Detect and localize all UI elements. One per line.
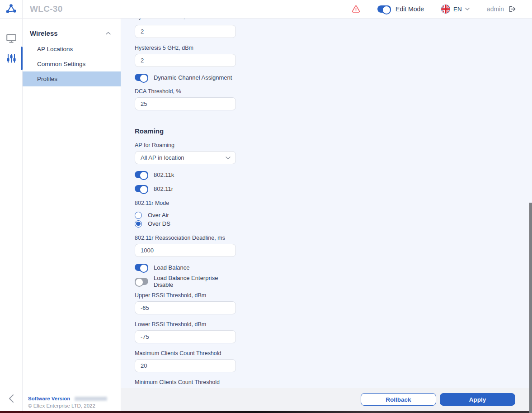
nav-section-label: Wireless: [30, 29, 58, 37]
toggle-label: 802.11k: [154, 171, 174, 178]
radio-label: Over Air: [148, 212, 169, 218]
chevron-down-icon: [465, 8, 470, 10]
field-label: Upper RSSI Threshold, dBm: [135, 292, 236, 299]
action-bar: Rollback Apply: [121, 388, 532, 411]
form-field: Minimum Clients Count Threshold: [135, 379, 236, 388]
field-label: Hysteresis 5 GHz, dBm: [135, 44, 236, 52]
network-logo-icon: [5, 3, 17, 15]
app-logo[interactable]: [0, 0, 23, 18]
radio-option-over-ds[interactable]: Over DS: [135, 219, 236, 228]
sidebar-item-profiles[interactable]: Profiles: [23, 71, 121, 86]
80211k-toggle[interactable]: [135, 171, 148, 178]
field-label: Hysteresis 2.4 GHz, dBm: [135, 19, 198, 20]
apply-button[interactable]: Apply: [440, 393, 515, 406]
edit-mode-toggle[interactable]: [377, 5, 391, 13]
form-field: DCA Threshold, %: [135, 88, 236, 110]
select-value: All AP in location: [141, 154, 184, 161]
vertical-scrollbar-thumb[interactable]: [529, 203, 532, 413]
wlc-app-window: WLC-30 Edit Mode: [0, 0, 532, 413]
form-field: Lower RSSI Threshold, dBm: [135, 321, 236, 343]
form-field: Hysteresis 5 GHz, dBm: [135, 44, 236, 67]
form-toggle-row: Load Balance Enterprise Disable: [135, 278, 236, 285]
monitor-icon: [6, 33, 17, 43]
load-balance-enterprise-disable-toggle[interactable]: [135, 278, 148, 285]
screen-bottom-edge: [0, 411, 532, 413]
upper-rssi-threshold-input[interactable]: [135, 301, 236, 314]
radio-label: Over DS: [148, 220, 170, 227]
icon-rail: [0, 19, 23, 413]
radio-icon: [135, 212, 142, 219]
80211r-mode-radio-group: 802.11r Mode Over Air Over DS: [135, 199, 236, 228]
form-field: AP for Roaming All AP in location: [135, 142, 236, 164]
form-field: [135, 25, 236, 38]
field-label: AP for Roaming: [135, 142, 236, 149]
sidebar-nav: Wireless AP Locations Common Settings Pr…: [23, 19, 121, 413]
rail-item-monitoring[interactable]: [0, 28, 23, 48]
username-label: admin: [487, 5, 504, 13]
ap-for-roaming-select[interactable]: All AP in location: [135, 151, 236, 164]
sidebar-collapse-button[interactable]: [0, 394, 23, 403]
form-field: Maximum Clients Count Threshold: [135, 350, 236, 372]
field-label-clipped: Hysteresis 2.4 GHz, dBm: [135, 19, 236, 20]
dca-threshold-input[interactable]: [135, 97, 236, 110]
rail-item-settings[interactable]: [0, 48, 23, 68]
form-scroll-area[interactable]: Hysteresis 2.4 GHz, dBm Hysteresis 5 GHz…: [121, 19, 532, 388]
software-version-label: Software Version: [28, 396, 70, 401]
top-bar-actions: Edit Mode EN: [352, 5, 532, 14]
sliders-icon: [6, 53, 17, 64]
form-toggle-row: 802.11r: [135, 185, 236, 192]
radio-option-over-air[interactable]: Over Air: [135, 211, 236, 219]
copyright-text: © Eltex Enterprise LTD, 2022: [28, 403, 107, 408]
form-toggle-row: Dynamic Channel Assignment: [135, 74, 236, 81]
sidebar-item-ap-locations[interactable]: AP Locations: [23, 42, 121, 57]
dynamic-channel-assignment-toggle[interactable]: [135, 74, 148, 81]
edit-mode-label: Edit Mode: [395, 5, 424, 13]
uk-flag-icon: [441, 5, 450, 14]
field-label: Minimum Clients Count Threshold: [135, 379, 236, 386]
top-bar: WLC-30 Edit Mode: [0, 0, 532, 19]
80211r-toggle[interactable]: [135, 185, 148, 192]
edit-mode-control: Edit Mode: [377, 5, 424, 13]
nav-section-wireless[interactable]: Wireless: [23, 19, 121, 42]
language-code: EN: [453, 6, 462, 13]
chevron-left-icon: [9, 394, 14, 403]
toggle-label: Load Balance: [154, 264, 190, 271]
field-label: DCA Threshold, %: [135, 88, 236, 95]
field-label: Maximum Clients Count Threshold: [135, 350, 236, 357]
chevron-up-icon: [106, 32, 111, 35]
logout-icon[interactable]: [508, 5, 517, 13]
field-label: 802.11r Mode: [135, 199, 236, 207]
max-clients-count-input[interactable]: [135, 359, 236, 372]
toggle-label: Dynamic Channel Assignment: [154, 74, 232, 81]
roaming-section-heading: Roaming: [135, 127, 236, 135]
form-toggle-row: Load Balance: [135, 264, 236, 271]
field-label: 802.11r Reassociation Deadline, ms: [135, 234, 236, 242]
load-balance-toggle[interactable]: [135, 264, 148, 271]
language-selector[interactable]: EN: [441, 5, 470, 14]
toggle-label: Load Balance Enterprise Disable: [154, 275, 236, 288]
hysteresis-24ghz-input[interactable]: [135, 25, 236, 38]
form-field: Upper RSSI Threshold, dBm: [135, 292, 236, 314]
radio-icon: [135, 220, 142, 228]
hysteresis-5ghz-input[interactable]: [135, 54, 236, 67]
chevron-down-icon: [226, 156, 231, 159]
field-label: Lower RSSI Threshold, dBm: [135, 321, 236, 328]
form-toggle-row: 802.11k: [135, 171, 236, 178]
warning-triangle-icon[interactable]: [352, 5, 360, 13]
sidebar-footer: Software Version © Eltex Enterprise LTD,…: [28, 396, 107, 408]
user-menu: admin: [487, 5, 517, 13]
rollback-button[interactable]: Rollback: [361, 393, 436, 406]
profile-settings-form: Hysteresis 2.4 GHz, dBm Hysteresis 5 GHz…: [135, 19, 236, 388]
software-version-value-redacted: [75, 397, 107, 401]
main-content: Hysteresis 2.4 GHz, dBm Hysteresis 5 GHz…: [121, 19, 532, 413]
form-field: 802.11r Reassociation Deadline, ms: [135, 234, 236, 257]
sidebar-item-common-settings[interactable]: Common Settings: [23, 57, 121, 71]
lower-rssi-threshold-input[interactable]: [135, 330, 236, 343]
page-title: WLC-30: [30, 4, 63, 14]
toggle-label: 802.11r: [154, 185, 173, 192]
reassociation-deadline-input[interactable]: [135, 244, 236, 257]
